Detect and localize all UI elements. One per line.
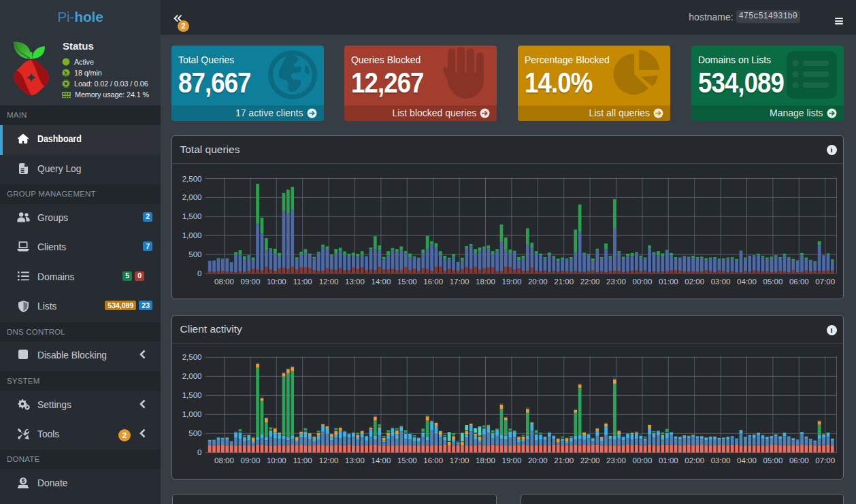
svg-text:00:00: 00:00 <box>632 277 652 285</box>
svg-text:16:00: 16:00 <box>423 277 443 285</box>
svg-text:2,500: 2,500 <box>182 353 201 361</box>
svg-text:21:00: 21:00 <box>554 456 574 465</box>
svg-text:10:00: 10:00 <box>266 456 286 465</box>
svg-text:1,000: 1,000 <box>182 231 201 239</box>
svg-text:06:00: 06:00 <box>789 277 808 285</box>
svg-text:05:00: 05:00 <box>763 277 783 285</box>
svg-text:$: $ <box>22 477 25 484</box>
svg-text:11:00: 11:00 <box>293 277 312 285</box>
svg-text:07:00: 07:00 <box>815 277 835 285</box>
svg-text:04:00: 04:00 <box>737 456 757 465</box>
svg-text:10:00: 10:00 <box>266 277 286 285</box>
svg-text:22:00: 22:00 <box>580 456 599 465</box>
svg-text:2,500: 2,500 <box>182 174 201 182</box>
svg-text:08:00: 08:00 <box>214 277 234 285</box>
svg-text:02:00: 02:00 <box>685 277 704 285</box>
svg-text:0: 0 <box>197 448 201 456</box>
svg-text:08:00: 08:00 <box>214 456 234 465</box>
svg-text:500: 500 <box>188 429 201 437</box>
svg-text:2,000: 2,000 <box>182 372 201 380</box>
svg-text:22:00: 22:00 <box>580 277 599 285</box>
svg-text:00:00: 00:00 <box>632 456 652 465</box>
svg-text:1,500: 1,500 <box>182 212 201 220</box>
svg-text:15:00: 15:00 <box>397 277 416 285</box>
svg-text:14:00: 14:00 <box>371 277 391 285</box>
svg-text:13:00: 13:00 <box>345 456 365 465</box>
svg-text:18:00: 18:00 <box>476 456 495 465</box>
svg-text:07:00: 07:00 <box>815 456 835 465</box>
svg-text:15:00: 15:00 <box>397 456 416 465</box>
svg-text:2,000: 2,000 <box>182 193 201 201</box>
svg-text:06:00: 06:00 <box>789 456 808 465</box>
svg-text:12:00: 12:00 <box>318 277 338 285</box>
svg-text:500: 500 <box>188 250 201 258</box>
svg-text:13:00: 13:00 <box>345 277 365 285</box>
svg-text:09:00: 09:00 <box>240 456 260 465</box>
svg-text:20:00: 20:00 <box>527 456 547 465</box>
svg-text:03:00: 03:00 <box>710 456 730 465</box>
svg-text:05:00: 05:00 <box>763 456 783 465</box>
svg-text:14:00: 14:00 <box>371 456 391 465</box>
svg-text:1,500: 1,500 <box>182 391 201 399</box>
svg-text:01:00: 01:00 <box>658 277 678 285</box>
svg-text:02:00: 02:00 <box>685 456 704 465</box>
svg-text:09:00: 09:00 <box>240 277 260 285</box>
svg-text:03:00: 03:00 <box>710 277 730 285</box>
svg-text:11:00: 11:00 <box>293 456 312 465</box>
svg-text:1,000: 1,000 <box>182 410 201 418</box>
svg-text:19:00: 19:00 <box>501 456 521 465</box>
svg-text:12:00: 12:00 <box>318 456 338 465</box>
svg-text:16:00: 16:00 <box>423 456 443 465</box>
svg-text:04:00: 04:00 <box>737 277 757 285</box>
svg-text:23:00: 23:00 <box>606 277 626 285</box>
svg-text:01:00: 01:00 <box>658 456 678 465</box>
svg-text:18:00: 18:00 <box>476 277 495 285</box>
svg-text:17:00: 17:00 <box>449 456 469 465</box>
svg-text:23:00: 23:00 <box>606 456 626 465</box>
svg-text:0: 0 <box>197 269 201 278</box>
svg-text:21:00: 21:00 <box>554 277 574 285</box>
svg-text:19:00: 19:00 <box>501 277 521 285</box>
svg-text:17:00: 17:00 <box>449 277 469 285</box>
svg-text:20:00: 20:00 <box>527 277 547 285</box>
